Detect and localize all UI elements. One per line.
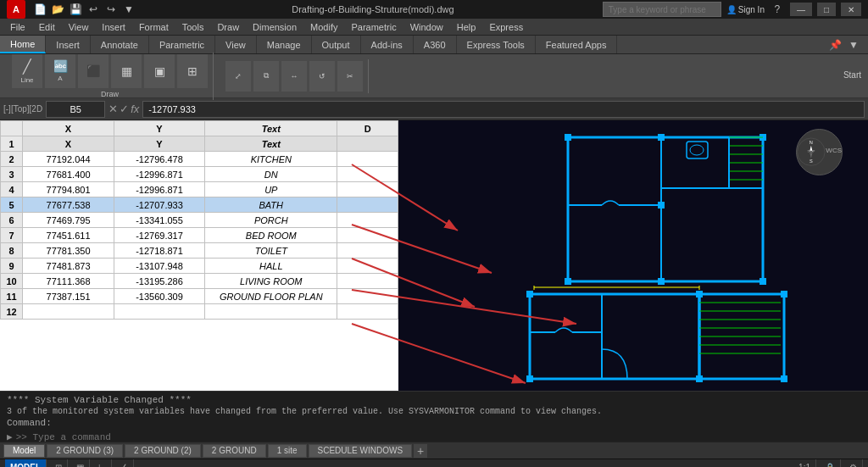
cell[interactable] [337,167,398,182]
line-button[interactable]: ╱ Line [12,54,42,88]
cell[interactable]: TOILET [205,243,337,259]
ribbon-pin-button[interactable]: 📌 [827,37,843,53]
cell[interactable] [337,304,398,320]
cell[interactable]: 77681.400 [23,167,114,182]
cell[interactable]: GROUND FLOOR PLAN [205,289,337,304]
table-row[interactable]: 12 [1,304,398,320]
function-icon[interactable]: fx [131,103,139,115]
menu-draw[interactable]: Draw [210,19,246,35]
confirm-formula-icon[interactable]: ✓ [120,103,129,115]
row-number[interactable]: 10 [1,274,23,289]
cell[interactable] [337,259,398,274]
rectangle-button[interactable]: ▣ [144,54,175,88]
cell[interactable]: 77781.350 [23,243,114,259]
row-number[interactable]: 2 [1,152,23,167]
tab-annotate[interactable]: Annotate [91,36,149,53]
new-button[interactable]: 📄 [32,2,47,17]
tab-2ground2[interactable]: 2 GROUND (2) [125,444,201,458]
row-number[interactable]: 12 [1,304,23,320]
command-input-field[interactable] [16,432,861,442]
cell[interactable] [205,304,337,320]
cell[interactable] [337,182,398,197]
copy-button[interactable]: ⧉ [253,61,279,92]
menu-help[interactable]: Help [450,19,483,35]
status-snap[interactable]: ▦ [71,459,90,467]
tab-home[interactable]: Home [0,36,46,53]
cell[interactable]: 77677.538 [23,197,114,213]
table-row[interactable]: 1XYText [1,136,398,152]
cell[interactable]: -12996.871 [114,167,205,182]
status-model[interactable]: MODEL [5,459,47,467]
tab-model[interactable]: Model [3,444,45,458]
menu-insert[interactable]: Insert [95,19,132,35]
add-tab-button[interactable]: + [414,444,427,458]
cell[interactable]: -12707.933 [114,197,205,213]
tab-schedule[interactable]: SCEDULE WINDOWS [309,444,413,458]
tab-express-tools[interactable]: Express Tools [457,36,536,53]
redo-button[interactable]: ↪ [103,2,119,17]
table-row[interactable]: 1177387.151-13560.309GROUND FLOOR PLAN [1,289,398,304]
cell[interactable] [337,289,398,304]
table-row[interactable]: 577677.538-12707.933BATH [1,197,398,213]
stretch-button[interactable]: ↔ [281,61,307,92]
tab-addins[interactable]: Add-ins [361,36,414,53]
tab-featured-apps[interactable]: Featured Apps [536,36,618,53]
cell[interactable]: -12996.871 [114,182,205,197]
cell[interactable]: 77794.801 [23,182,114,197]
row-number[interactable]: 11 [1,289,23,304]
sign-in-button[interactable]: 👤 Sign In [726,5,765,14]
cad-canvas[interactable]: N S TOP WCS [398,120,868,391]
cell-reference-input[interactable] [46,101,105,118]
cell[interactable] [337,274,398,289]
row-number[interactable]: 7 [1,228,23,243]
tab-parametric[interactable]: Parametric [149,36,215,53]
cell[interactable]: -13195.286 [114,274,205,289]
table-row[interactable]: 777451.611-12769.317BED ROOM [1,228,398,243]
trim-button[interactable]: ✂ [337,61,363,92]
cell[interactable]: PORCH [205,213,337,228]
cell[interactable]: -12796.478 [114,152,205,167]
menu-parametric[interactable]: Parametric [344,19,403,35]
table-row[interactable]: 277192.044-12796.478KITCHEN [1,152,398,167]
row-number[interactable]: 1 [1,136,23,152]
table-row[interactable]: 877781.350-12718.871TOILET [1,243,398,259]
move-button[interactable]: ⤢ [225,61,251,92]
cell[interactable]: BATH [205,197,337,213]
table-row[interactable]: 477794.801-12996.871UP [1,182,398,197]
tab-manage[interactable]: Manage [257,36,312,53]
tab-2ground3[interactable]: 2 GROUND (3) [47,444,123,458]
polyline-button[interactable]: 🔤 A [45,54,75,88]
tab-2ground[interactable]: 2 GROUND [203,444,266,458]
cell[interactable]: LIVING ROOM [205,274,337,289]
formula-input[interactable] [142,101,865,118]
status-lock[interactable]: 🔒 [820,459,841,467]
cell[interactable]: HALL [205,259,337,274]
table-row[interactable]: 977481.873-13107.948HALL [1,259,398,274]
cell[interactable]: BED ROOM [205,228,337,243]
tab-a360[interactable]: A360 [414,36,457,53]
row-number[interactable]: 5 [1,197,23,213]
cell[interactable]: 77192.044 [23,152,114,167]
cell[interactable]: 77111.368 [23,274,114,289]
menu-format[interactable]: Format [132,19,175,35]
status-scale[interactable]: 1:1 [793,459,816,467]
maximize-button[interactable]: □ [817,3,836,16]
table-row[interactable]: 677469.795-13341.055PORCH [1,213,398,228]
status-polar[interactable]: ∠ [115,459,134,467]
table-row[interactable]: 377681.400-12996.871DN [1,167,398,182]
row-number[interactable]: 4 [1,182,23,197]
cell[interactable]: -13341.055 [114,213,205,228]
row-number[interactable]: 3 [1,167,23,182]
cell[interactable] [337,243,398,259]
tab-view[interactable]: View [215,36,257,53]
cell[interactable]: 77451.611 [23,228,114,243]
cell[interactable] [23,304,114,320]
undo-button[interactable]: ↩ [86,2,101,17]
circle-button[interactable]: ⬛ [78,54,108,88]
cell[interactable] [337,213,398,228]
cell[interactable]: 77481.873 [23,259,114,274]
cell[interactable]: -12769.317 [114,228,205,243]
cancel-formula-icon[interactable]: ✕ [108,103,118,115]
menu-tools[interactable]: Tools [175,19,211,35]
status-ortho[interactable]: ⊢ [93,459,112,467]
